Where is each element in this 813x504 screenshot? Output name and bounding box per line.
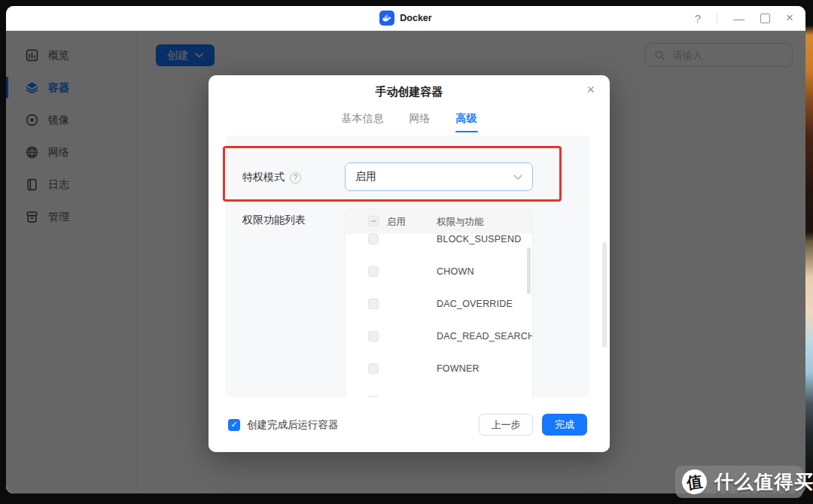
permission-label: DAC_OVERRIDE bbox=[437, 299, 513, 309]
permission-checkbox[interactable] bbox=[368, 234, 379, 244]
privileged-mode-value: 启用 bbox=[355, 170, 376, 184]
permissions-table: 启用 权限与功能 BLOCK_SUSPEND CHOWN bbox=[345, 208, 533, 397]
permission-checkbox[interactable] bbox=[368, 266, 379, 277]
watermark-text: 什么值得买 bbox=[714, 469, 813, 494]
permission-label: FOWNER bbox=[437, 363, 480, 374]
tab-network[interactable]: 网络 bbox=[410, 112, 431, 132]
permission-row: DAC_READ_SEARCH bbox=[346, 320, 532, 352]
header-enable: 启用 bbox=[387, 216, 406, 229]
watermark: 值 什么值得买 bbox=[675, 466, 803, 498]
modal-title: 手动创建容器 bbox=[209, 75, 610, 99]
create-container-modal: 手动创建容器 × 基本信息 网络 高级 特权模式 ? 启用 权限功能列表 bbox=[209, 75, 610, 452]
select-chevron-down-icon bbox=[513, 175, 522, 180]
modal-scrollbar-thumb[interactable] bbox=[602, 242, 607, 348]
help-circle-icon[interactable]: ? bbox=[290, 172, 301, 184]
table-scrollbar-thumb[interactable] bbox=[527, 247, 531, 294]
permission-row: BLOCK_SUSPEND bbox=[346, 234, 532, 255]
permissions-table-rows: BLOCK_SUSPEND CHOWN DAC_OVERRIDE DA bbox=[346, 234, 532, 397]
minimize-icon[interactable]: — bbox=[733, 12, 744, 25]
titlebar-title: Docker bbox=[379, 11, 431, 26]
window-close-icon[interactable]: × bbox=[786, 11, 793, 26]
permissions-list-label: 权限功能列表 bbox=[242, 214, 306, 227]
help-icon[interactable]: ? bbox=[695, 12, 701, 25]
permission-label: CHOWN bbox=[437, 266, 474, 277]
finish-button[interactable]: 完成 bbox=[542, 414, 587, 436]
header-permission: 权限与功能 bbox=[437, 216, 484, 229]
previous-step-button[interactable]: 上一步 bbox=[479, 414, 533, 436]
permission-checkbox[interactable] bbox=[368, 363, 379, 374]
maximize-icon[interactable] bbox=[760, 14, 770, 23]
privileged-mode-select[interactable]: 启用 bbox=[345, 162, 533, 191]
modal-body: 特权模式 ? 启用 权限功能列表 启用 权限与功能 bbox=[226, 135, 589, 397]
tab-advanced[interactable]: 高级 bbox=[456, 112, 477, 132]
permission-label: BLOCK_SUSPEND bbox=[437, 234, 521, 244]
permissions-table-header: 启用 权限与功能 bbox=[346, 209, 532, 234]
permission-checkbox[interactable] bbox=[368, 299, 379, 309]
titlebar: Docker ? — × bbox=[6, 6, 805, 31]
run-after-create-label: 创建完成后运行容器 bbox=[247, 418, 339, 432]
watermark-badge: 值 bbox=[681, 468, 708, 496]
docker-logo-icon bbox=[379, 11, 394, 26]
privileged-mode-label-text: 特权模式 bbox=[242, 171, 285, 184]
modal-tabs: 基本信息 网络 高级 bbox=[209, 112, 610, 132]
checked-checkbox-icon[interactable]: ✓ bbox=[228, 419, 240, 431]
app-window: Docker ? — × 概览 容器 镜像 bbox=[6, 6, 805, 493]
app-title: Docker bbox=[400, 13, 431, 23]
permission-row: FOWNER bbox=[346, 352, 532, 384]
tab-basic-info[interactable]: 基本信息 bbox=[342, 112, 384, 132]
modal-close-icon[interactable]: × bbox=[586, 83, 595, 96]
footer-buttons: 上一步 完成 bbox=[479, 414, 587, 436]
privileged-mode-label: 特权模式 ? bbox=[242, 171, 301, 184]
permission-row: FSETID bbox=[346, 384, 532, 397]
permission-row: CHOWN bbox=[346, 255, 532, 287]
permission-checkbox[interactable] bbox=[368, 331, 379, 342]
window-controls: ? — × bbox=[695, 6, 793, 30]
permission-row: DAC_OVERRIDE bbox=[346, 287, 532, 320]
permission-label: DAC_READ_SEARCH bbox=[437, 331, 532, 342]
run-after-create-checkbox-row[interactable]: ✓ 创建完成后运行容器 bbox=[228, 418, 339, 432]
modal-footer: ✓ 创建完成后运行容器 上一步 完成 bbox=[209, 397, 610, 452]
titlebar-divider bbox=[717, 13, 717, 23]
select-all-checkbox[interactable] bbox=[368, 216, 379, 226]
